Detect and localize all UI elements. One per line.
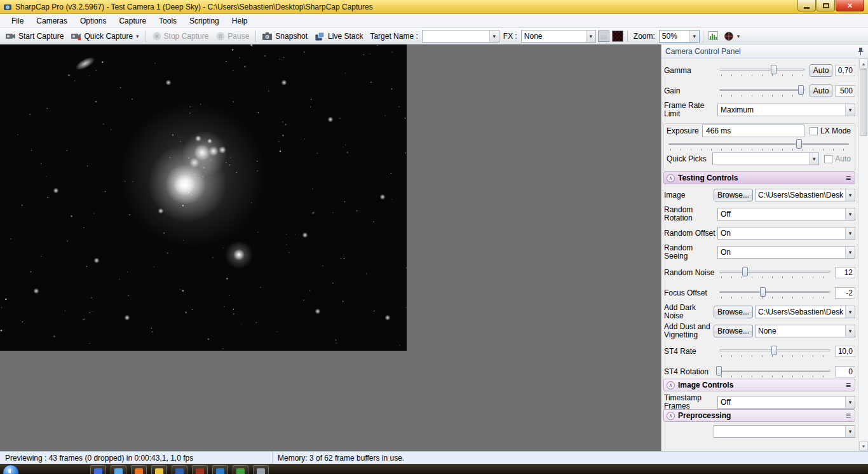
- taskbar-app-icon[interactable]: [233, 465, 248, 474]
- taskbar-app-icon[interactable]: [172, 465, 187, 474]
- exposure-slider[interactable]: [668, 139, 850, 151]
- taskbar-app-icon[interactable]: [253, 465, 269, 474]
- exposure-input[interactable]: 466 ms: [702, 125, 804, 137]
- menu-help[interactable]: Help: [226, 15, 254, 27]
- focus-offset-slider[interactable]: [719, 287, 831, 299]
- focus-offset-value[interactable]: -2: [835, 287, 855, 299]
- menu-file[interactable]: File: [5, 15, 30, 27]
- histogram-icon: [709, 31, 719, 41]
- st4-rate-value[interactable]: 10,0: [835, 346, 855, 357]
- gain-value[interactable]: 500: [835, 85, 855, 97]
- snapshot-button[interactable]: Snapshot: [259, 30, 311, 42]
- image-path-select[interactable]: C:\Users\Sebastien\Deskto... ▾: [755, 189, 855, 201]
- st4-rate-slider[interactable]: [719, 345, 831, 358]
- scrollbar-thumb[interactable]: [860, 69, 867, 136]
- collapse-chevron-icon[interactable]: ∧: [667, 412, 675, 420]
- stop-capture-button[interactable]: Stop Capture: [149, 30, 212, 42]
- add-dark-noise-browse-button[interactable]: Browse...: [714, 306, 753, 318]
- section-menu-icon[interactable]: ≡: [846, 411, 851, 420]
- add-dark-noise-select[interactable]: C:\Users\Sebastien\Deskto... ▾: [755, 306, 855, 318]
- gain-auto-button[interactable]: Auto: [810, 85, 832, 97]
- add-dark-noise-label: Add Dark Noise: [664, 304, 714, 320]
- pin-button[interactable]: [857, 47, 864, 55]
- pause-button[interactable]: Pause: [213, 30, 252, 42]
- random-noise-slider[interactable]: [719, 266, 831, 279]
- slider-thumb[interactable]: [742, 267, 748, 276]
- chevron-down-icon: ▾: [845, 247, 855, 258]
- chevron-down-icon: ▾: [489, 30, 499, 42]
- maximize-icon: [823, 3, 829, 8]
- image-browse-button[interactable]: Browse...: [714, 189, 753, 201]
- section-menu-icon[interactable]: ≡: [846, 381, 851, 389]
- main-toolbar: Start Capture Quick Capture ▾ Stop Captu…: [0, 28, 868, 44]
- random-seeing-select[interactable]: On ▾: [717, 246, 855, 259]
- random-offset-select[interactable]: On ▾: [717, 227, 855, 240]
- exposure-auto-checkbox[interactable]: [824, 155, 832, 163]
- section-menu-icon[interactable]: ≡: [846, 173, 851, 182]
- random-noise-value[interactable]: 12: [835, 267, 855, 278]
- target-name-input[interactable]: ▾: [422, 30, 499, 43]
- area-select-button[interactable]: [598, 30, 609, 42]
- chevron-down-icon: ▾: [845, 208, 855, 220]
- collapse-chevron-icon[interactable]: ∧: [667, 174, 675, 182]
- scroll-down-button[interactable]: ▼: [859, 441, 868, 451]
- reticle-button[interactable]: ▾: [722, 30, 742, 43]
- slider-track: [719, 291, 831, 293]
- taskbar-app-icon[interactable]: [212, 465, 228, 474]
- background-swatch-button[interactable]: [612, 30, 623, 42]
- taskbar-app-icon[interactable]: [131, 465, 147, 474]
- quick-picks-select[interactable]: ▾: [712, 152, 819, 165]
- menu-scripting[interactable]: Scripting: [183, 15, 226, 27]
- taskbar-app-icon[interactable]: [192, 465, 208, 474]
- start-button[interactable]: [3, 464, 19, 474]
- image-controls-header[interactable]: ∧ Image Controls ≡: [663, 379, 855, 391]
- slider-thumb[interactable]: [796, 139, 802, 149]
- preview-status: Previewing : 43 frames (0 dropped) in 0:…: [0, 454, 272, 463]
- collapse-chevron-icon[interactable]: ∧: [667, 381, 675, 389]
- clipped-control[interactable]: ▾: [714, 425, 855, 438]
- start-capture-label: Start Capture: [18, 32, 64, 41]
- gamma-auto-button[interactable]: Auto: [810, 64, 832, 77]
- zoom-select[interactable]: 50% ▾: [659, 30, 700, 43]
- random-rotation-select[interactable]: Off ▾: [717, 208, 855, 220]
- fx-select[interactable]: None ▾: [521, 30, 596, 43]
- slider-thumb[interactable]: [798, 85, 804, 95]
- testing-controls-header[interactable]: ∧ Testing Controls ≡: [663, 172, 855, 184]
- menu-cameras[interactable]: Cameras: [30, 15, 74, 27]
- gain-slider[interactable]: [719, 85, 806, 97]
- gamma-value[interactable]: 0,70: [835, 65, 855, 76]
- frame-rate-limit-select[interactable]: Maximum ▾: [717, 104, 855, 116]
- chevron-down-icon: ▾: [845, 227, 855, 239]
- live-stack-button[interactable]: Live Stack: [312, 30, 366, 42]
- slider-thumb[interactable]: [716, 366, 722, 376]
- menu-tools[interactable]: Tools: [153, 15, 183, 27]
- histogram-button[interactable]: [707, 30, 721, 42]
- menu-options[interactable]: Options: [74, 15, 112, 27]
- chevron-down-icon: ▾: [845, 189, 855, 201]
- add-dust-browse-button[interactable]: Browse...: [714, 325, 753, 337]
- st4-rotation-slider[interactable]: [719, 365, 831, 378]
- timestamp-frames-select[interactable]: Off ▾: [717, 396, 855, 409]
- menu-capture[interactable]: Capture: [112, 15, 153, 27]
- maximize-button[interactable]: [817, 0, 835, 11]
- preprocessing-header[interactable]: ∧ Preprocessing ≡: [663, 409, 855, 422]
- panel-scrollbar[interactable]: ▲ ▼: [858, 58, 868, 451]
- statusbar: Previewing : 43 frames (0 dropped) in 0:…: [0, 451, 868, 464]
- slider-thumb[interactable]: [760, 287, 766, 297]
- taskbar-app-icon[interactable]: [90, 465, 106, 474]
- taskbar-app-icon[interactable]: [111, 465, 126, 474]
- quick-capture-button[interactable]: Quick Capture ▾: [68, 30, 142, 42]
- add-dust-select[interactable]: None ▾: [755, 325, 855, 337]
- camera-preview[interactable]: [0, 44, 407, 351]
- close-button[interactable]: ×: [836, 0, 864, 11]
- slider-thumb[interactable]: [771, 65, 776, 74]
- gamma-slider[interactable]: [719, 64, 806, 77]
- scroll-up-button[interactable]: ▲: [859, 58, 868, 69]
- minimize-button[interactable]: [797, 0, 816, 11]
- testing-controls-title: Testing Controls: [678, 173, 843, 182]
- lx-mode-checkbox[interactable]: [810, 127, 818, 135]
- st4-rotation-value[interactable]: 0: [835, 366, 855, 377]
- start-capture-button[interactable]: Start Capture: [3, 30, 67, 42]
- taskbar-app-icon[interactable]: [151, 465, 167, 474]
- slider-thumb[interactable]: [771, 346, 777, 355]
